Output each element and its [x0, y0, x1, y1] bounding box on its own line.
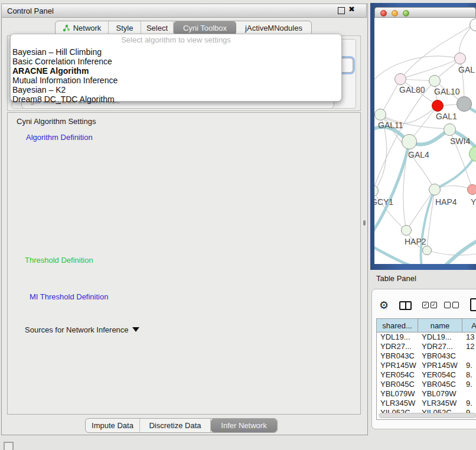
cyni-algorithm-settings-title: Cyni Algorithm Settings — [14, 117, 98, 126]
table-row[interactable]: YER054CYER054C8. — [377, 370, 476, 380]
node-gal-partial[interactable] — [454, 53, 466, 64]
algorithm-definition-title: Algorithm Definition — [24, 133, 95, 142]
node-label: HAP4 — [435, 197, 457, 207]
minimize-traffic-light-icon[interactable] — [392, 10, 398, 17]
node-swi4[interactable] — [444, 123, 456, 136]
algorithm-dropdown-popup: Select algorithm to view settings Bayesi… — [10, 34, 342, 102]
node-y-partial[interactable] — [467, 184, 476, 195]
unchecked-checkbox-icon[interactable] — [444, 302, 451, 308]
node-label: Y — [471, 197, 476, 207]
node-gray[interactable] — [457, 96, 472, 112]
sources-title-text: Sources for Network Inference — [25, 325, 129, 334]
algorithm-option[interactable]: Basic Correlation Inference — [12, 57, 112, 66]
float-window-icon[interactable] — [338, 7, 345, 14]
tab-cyni-toolbox[interactable]: Cyni Toolbox — [174, 21, 236, 35]
node-gal1[interactable] — [432, 100, 444, 112]
node-label: GAL10 — [434, 87, 460, 96]
table-row[interactable]: YBR043CYBR043C — [377, 351, 476, 361]
columns-icon[interactable] — [399, 301, 412, 310]
table-horizontal-scrollbar[interactable] — [378, 413, 476, 418]
screen: Control Panel ✖ Network Style Select Cyn… — [0, 0, 476, 450]
tab-impute-data[interactable]: Impute Data — [86, 419, 140, 432]
node-label: GAL80 — [399, 85, 425, 94]
network-canvas[interactable]: GAL GAL80 GAL10 GAL1 GAL11 SWI4 GAL4 GCY… — [374, 18, 476, 264]
algorithm-option[interactable]: Mutual Information Inference — [12, 76, 118, 85]
tab-jactivemnodules[interactable]: jActiveMNodules — [236, 21, 311, 35]
node-label: GAL11 — [378, 120, 403, 130]
algorithm-popup-prompt: Select algorithm to view settings — [11, 35, 341, 44]
table-panel-title: Table Panel — [376, 274, 416, 283]
column-header-partial[interactable]: A — [462, 319, 476, 332]
close-icon[interactable]: ✖ — [348, 5, 355, 14]
scrollbar-thumb[interactable] — [379, 413, 476, 418]
close-traffic-light-icon[interactable] — [380, 10, 387, 17]
tab-style-label: Style — [116, 24, 133, 32]
tab-jactivemnodules-label: jActiveMNodules — [245, 24, 302, 32]
checked-checkbox-icon[interactable]: ✓ — [422, 302, 429, 308]
node-label: SWI4 — [450, 136, 470, 146]
sources-group-title[interactable]: Sources for Network Inference — [22, 325, 142, 334]
tab-impute-data-label: Impute Data — [92, 421, 133, 430]
node-unlabeled[interactable] — [422, 246, 432, 255]
tab-discretize-data-label: Discretize Data — [149, 421, 201, 430]
tab-select[interactable]: Select — [141, 21, 174, 35]
network-icon — [63, 24, 70, 32]
mi-threshold-group-title: MI Threshold Definition — [27, 292, 110, 301]
splitter-handle[interactable] — [363, 220, 366, 226]
tab-select-label: Select — [146, 24, 168, 32]
algorithm-option[interactable]: Bayesian – Hill Climbing — [12, 47, 102, 57]
control-panel-title: Control Panel — [7, 6, 54, 15]
tab-infer-network[interactable]: Infer Network — [211, 419, 277, 432]
table-header: shared... name A — [377, 319, 476, 332]
node-label: GAL1 — [436, 112, 457, 121]
node-label: GAL — [458, 65, 475, 74]
unchecked-checkbox-icon[interactable] — [452, 302, 459, 308]
tab-infer-network-label: Infer Network — [221, 421, 266, 430]
node-gal4[interactable] — [402, 134, 417, 149]
node-hap2[interactable] — [401, 225, 412, 236]
cyni-bottom-tabs: Impute Data Discretize Data Infer Networ… — [85, 418, 278, 433]
tab-cyni-toolbox-label: Cyni Toolbox — [183, 24, 227, 32]
node-gal11[interactable] — [374, 109, 386, 120]
tab-style[interactable]: Style — [109, 21, 141, 35]
table-row[interactable]: YPR145WYPR145W9. — [377, 361, 476, 370]
network-window-titlebar[interactable] — [374, 7, 476, 18]
threshold-definition-title: Threshold Definition — [22, 256, 96, 265]
node-table[interactable]: shared... name A YDL19...YDL19...13 YDR2… — [376, 318, 476, 420]
tab-discretize-data[interactable]: Discretize Data — [140, 419, 211, 432]
node-hap4[interactable] — [429, 184, 441, 195]
zoom-traffic-light-icon[interactable] — [403, 10, 409, 17]
node-label: GAL4 — [408, 150, 429, 159]
table-row[interactable]: YDR27...YDR27...12 — [377, 342, 476, 351]
tab-network-label: Network — [73, 24, 102, 32]
node-gal80[interactable] — [395, 73, 406, 85]
collapse-arrow-icon — [132, 327, 139, 332]
minimized-panel-icon[interactable] — [4, 442, 14, 450]
table-row[interactable]: YDL19...YDL19...13 — [377, 332, 476, 342]
gear-icon[interactable]: ⚙ — [379, 299, 389, 312]
algorithm-option[interactable]: Dream8 DC_TDC Algorithm — [12, 94, 115, 104]
document-icon[interactable] — [470, 298, 476, 311]
node-label: HAP2 — [405, 237, 426, 246]
algorithm-option[interactable]: Bayesian – K2 — [12, 85, 66, 94]
tab-network[interactable]: Network — [56, 21, 109, 35]
table-panel-card: ⚙ ✓ ✓ shared... name A YDL19...YDL19...1… — [371, 289, 476, 429]
table-row[interactable]: YBL079WYBL079W — [377, 389, 476, 399]
table-row[interactable]: YLR345WYLR345W9. — [377, 399, 476, 408]
node-label: GCY1 — [374, 197, 393, 207]
algorithm-option-selected[interactable]: ARACNE Algorithm — [12, 66, 89, 76]
column-header-name[interactable]: name — [418, 319, 462, 332]
control-panel-titlebar[interactable] — [1, 4, 367, 18]
column-header-shared[interactable]: shared... — [377, 319, 418, 332]
table-row[interactable]: YBR045CYBR045C9. — [377, 380, 476, 389]
node-gal10[interactable] — [429, 75, 441, 87]
checked-checkbox-icon[interactable]: ✓ — [431, 302, 437, 308]
